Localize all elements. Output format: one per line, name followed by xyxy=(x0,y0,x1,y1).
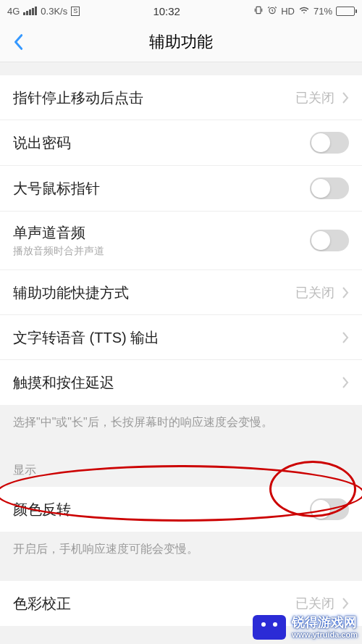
row-value: 已关闭 xyxy=(295,595,334,612)
row-speak-passwords[interactable]: 说出密码 xyxy=(0,120,362,166)
battery-pct: 71% xyxy=(313,6,332,17)
row-label: 指针停止移动后点击 xyxy=(13,88,295,107)
toggle-color-invert[interactable] xyxy=(310,498,349,520)
row-label: 触摸和按住延迟 xyxy=(13,373,342,392)
signal-icon xyxy=(23,7,37,15)
chevron-right-icon xyxy=(342,91,349,104)
watermark-url: www.ytruida.com xyxy=(292,630,358,639)
alarm-icon xyxy=(267,5,277,17)
wifi-icon xyxy=(298,5,310,17)
display-list: 颜色反转 xyxy=(0,487,362,532)
status-time: 10:32 xyxy=(153,5,180,17)
svg-rect-0 xyxy=(256,7,261,13)
network-type: 4G xyxy=(7,6,20,17)
watermark-title: 锐得游戏网 xyxy=(292,616,358,630)
row-label: 单声道音频 xyxy=(13,223,310,242)
row-pointer-click[interactable]: 指针停止移动后点击 已关闭 xyxy=(0,75,362,120)
hd-icon: HD xyxy=(281,6,295,17)
data-speed: 0.3K/s xyxy=(41,6,67,17)
watermark: 锐得游戏网 www.ytruida.com xyxy=(253,615,358,640)
chevron-right-icon xyxy=(342,331,349,344)
watermark-logo-icon xyxy=(253,615,286,640)
page-title: 辅助功能 xyxy=(0,31,362,53)
row-tts-output[interactable]: 文字转语音 (TTS) 输出 xyxy=(0,315,362,360)
display-section-header: 显示 xyxy=(0,444,362,487)
nav-bar: 辅助功能 xyxy=(0,22,362,62)
row-label: 色彩校正 xyxy=(13,594,295,613)
row-label: 大号鼠标指针 xyxy=(13,179,310,198)
row-value: 已关闭 xyxy=(295,284,334,301)
toggle-mono-audio[interactable] xyxy=(310,230,349,251)
battery-icon xyxy=(336,7,355,16)
chevron-right-icon xyxy=(342,376,349,389)
touch-hold-note: 选择"中"或"长"后，长按屏幕时的响应速度会变慢。 xyxy=(0,405,362,444)
chevron-right-icon xyxy=(342,597,349,610)
status-left: 4G 0.3K/s S xyxy=(7,6,80,17)
row-label: 辅助功能快捷方式 xyxy=(13,283,295,302)
chevron-right-icon xyxy=(342,286,349,299)
row-mono-audio[interactable]: 单声道音频 播放音频时合并声道 xyxy=(0,212,362,270)
vibrate-icon xyxy=(253,5,264,17)
status-bar: 4G 0.3K/s S 10:32 HD 71% xyxy=(0,0,362,22)
row-large-cursor[interactable]: 大号鼠标指针 xyxy=(0,166,362,212)
row-color-invert[interactable]: 颜色反转 xyxy=(0,487,362,532)
invert-note: 开启后，手机响应速度可能会变慢。 xyxy=(0,532,362,571)
row-label: 说出密码 xyxy=(13,133,310,152)
row-touch-hold-delay[interactable]: 触摸和按住延迟 xyxy=(0,360,362,405)
toggle-large-cursor[interactable] xyxy=(310,177,349,199)
row-label: 文字转语音 (TTS) 输出 xyxy=(13,328,342,347)
sim-card-icon: S xyxy=(71,7,80,16)
toggle-speak-passwords[interactable] xyxy=(310,132,349,154)
row-subtitle: 播放音频时合并声道 xyxy=(13,245,310,258)
status-right: HD 71% xyxy=(253,5,355,17)
row-a11y-shortcut[interactable]: 辅助功能快捷方式 已关闭 xyxy=(0,270,362,315)
settings-list: 指针停止移动后点击 已关闭 说出密码 大号鼠标指针 单声道音频 播放音频时合并声… xyxy=(0,75,362,405)
row-value: 已关闭 xyxy=(295,89,334,106)
row-label: 颜色反转 xyxy=(13,500,310,519)
